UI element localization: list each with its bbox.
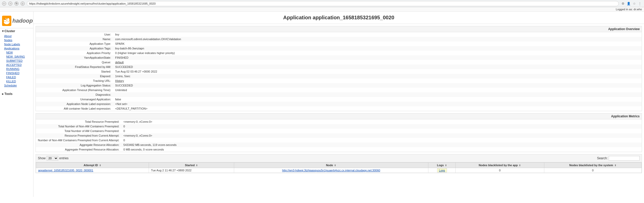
- search-label: Search:: [597, 156, 608, 160]
- overview-row: Application Tags:livy-batch-86-3wnziapn: [36, 46, 642, 51]
- overview-field-value: Unlimited: [113, 88, 642, 92]
- overview-field-value: livy-batch-86-3wnziapn: [113, 46, 642, 51]
- search-input[interactable]: [609, 156, 640, 161]
- overview-field-value: <DEFAULT_PARTITION>: [113, 106, 642, 111]
- svg-point-2: [7, 18, 10, 22]
- metrics-row: Total Resource Preempted:<memory:0, vCor…: [36, 119, 642, 124]
- show-entries-select[interactable]: 20 50 100: [47, 156, 58, 161]
- sidebar: hadoop ▾ Cluster About Nodes Node Labels…: [0, 12, 33, 197]
- attempts-column-header[interactable]: Node ⇕: [234, 163, 428, 168]
- browser-chrome: ← → ↻ ⌂ ⚙ 👤 ☆ ⋮: [0, 0, 644, 7]
- sidebar-item-failed[interactable]: FAILED: [0, 75, 33, 79]
- overview-field-label: Elapsed:: [36, 74, 113, 78]
- metrics-field-value: <memory:0, vCores:0>: [121, 119, 642, 124]
- overview-row: Tracking URL:History: [36, 78, 642, 83]
- user-bar: Logged in as: dr.who: [0, 7, 644, 12]
- hadoop-elephant-icon: [2, 16, 11, 26]
- overview-row: Diagnostics:: [36, 92, 642, 97]
- overview-field-value[interactable]: History: [113, 78, 642, 83]
- overview-field-label: Tracking URL:: [36, 78, 113, 83]
- sidebar-item-running[interactable]: RUNNING: [0, 67, 33, 71]
- attempts-section: Show 20 50 100 entries Search: Attempt I: [36, 154, 642, 173]
- attempt-blacklisted-system: 0: [544, 168, 641, 173]
- attempts-column-header[interactable]: Nodes blacklisted by the system ⇕: [544, 163, 641, 168]
- overview-field-label: Started:: [36, 69, 113, 74]
- overview-row: Name:com.microsoft.odinml.oivicvalidatio…: [36, 37, 642, 41]
- overview-field-label: FinalStatus Reported by AM:: [36, 65, 113, 69]
- sidebar-item-killed[interactable]: KILLED: [0, 79, 33, 83]
- attempts-column-header[interactable]: Attempt ID ⇕: [36, 163, 149, 168]
- attempts-toolbar: Show 20 50 100 entries Search:: [36, 154, 642, 162]
- cluster-section[interactable]: ▾ Cluster: [0, 28, 33, 34]
- page-title: Application application_1658185321695_00…: [33, 12, 644, 24]
- sort-icon: ⇕: [518, 164, 521, 167]
- metrics-field-value: 0: [121, 138, 642, 143]
- metrics-row: Aggregate Resource Allocation:5433482 MB…: [36, 143, 642, 147]
- attempts-column-header[interactable]: Started ⇕: [149, 163, 234, 168]
- attempts-table-header-row: Attempt ID ⇕Started ⇕Node ⇕Logs ⇕Nodes b…: [36, 163, 642, 168]
- extensions-icon: ⚙: [621, 2, 625, 6]
- attempt-started: Tue Aug 2 11:46:27 +0800 2022: [149, 168, 234, 173]
- metrics-row: Resource Preempted from Current Attempt:…: [36, 133, 642, 138]
- svg-point-3: [4, 17, 6, 20]
- overview-field-label: Application Timeout (Remaining Time):: [36, 88, 113, 92]
- overview-field-label: AM container Node Label expression:: [36, 106, 113, 111]
- overview-field-value: com.microsoft.odinml.oivicvalidation.OIV…: [113, 37, 642, 41]
- sort-icon: ⇕: [98, 164, 101, 167]
- overview-row: User:livy: [36, 32, 642, 37]
- sidebar-item-nodes[interactable]: Nodes: [0, 38, 33, 42]
- metrics-field-value: 0: [121, 124, 642, 129]
- profile-icon: 👤: [626, 2, 631, 6]
- browser-icons: ⚙ 👤 ☆ ⋮: [621, 2, 642, 6]
- sidebar-item-new-saving[interactable]: NEW_SAVING: [0, 55, 33, 59]
- attempts-toolbar-left: Show 20 50 100 entries: [38, 156, 69, 161]
- star-icon: ☆: [632, 2, 636, 6]
- overview-row: Application Type:SPARK: [36, 41, 642, 46]
- sidebar-item-finished[interactable]: FINISHED: [0, 71, 33, 75]
- tools-section[interactable]: ▸ Tools: [0, 91, 33, 97]
- metrics-row: Aggregate Preempted Resource Allocation:…: [36, 147, 642, 152]
- menu-icon: ⋮: [638, 2, 642, 6]
- metrics-field-label: Aggregate Resource Allocation:: [36, 143, 121, 147]
- application-overview-panel: Application Overview User:livyName:com.m…: [36, 26, 642, 111]
- metrics-field-value: 5433482 MB-seconds, 119 vcore-seconds: [121, 143, 642, 147]
- sidebar-item-applications[interactable]: Applications: [0, 46, 33, 50]
- application-metrics-panel: Application Metrics Total Resource Preem…: [36, 113, 642, 152]
- overview-row: Log Aggregation Status:SUCCEEDED: [36, 83, 642, 88]
- overview-field-value[interactable]: default: [113, 60, 642, 65]
- attempt-logs[interactable]: Logs: [428, 168, 456, 173]
- attempt-id[interactable]: appattempt_1658185321695_0020_000001: [36, 168, 149, 173]
- overview-field-value: SPARK: [113, 41, 642, 46]
- back-button[interactable]: ←: [2, 2, 6, 6]
- overview-field-label: Queue:: [36, 60, 113, 65]
- sidebar-item-about[interactable]: About: [0, 34, 33, 38]
- sidebar-item-new[interactable]: NEW: [0, 50, 33, 55]
- attempts-column-header[interactable]: Nodes blacklisted by the app ⇕: [456, 163, 544, 168]
- overview-field-value: livy: [113, 32, 642, 37]
- metrics-field-label: Resource Preempted from Current Attempt:: [36, 133, 121, 138]
- attempts-toolbar-right: Search:: [597, 156, 640, 161]
- content-area: Application application_1658185321695_00…: [33, 12, 644, 197]
- hadoop-text: hadoop: [12, 17, 33, 24]
- sidebar-item-scheduler[interactable]: Scheduler: [0, 83, 33, 87]
- overview-field-label: Application Type:: [36, 41, 113, 46]
- sort-icon: ⇕: [195, 164, 198, 167]
- home-button[interactable]: ⌂: [21, 2, 25, 6]
- overview-field-label: Diagnostics:: [36, 92, 113, 97]
- overview-row: Queue:default: [36, 60, 642, 65]
- overview-row: Started:Tue Aug 02 03:46:27 +0000 2022: [36, 69, 642, 74]
- overview-row: YarnApplicationState:FINISHED: [36, 55, 642, 60]
- overview-field-value: Tue Aug 02 03:46:27 +0000 2022: [113, 69, 642, 74]
- metrics-field-value: 0: [121, 129, 642, 133]
- sidebar-item-submitted[interactable]: SUBMITTED: [0, 59, 33, 63]
- sidebar-item-accepted[interactable]: ACCEPTED: [0, 63, 33, 67]
- metrics-field-label: Total Resource Preempted:: [36, 119, 121, 124]
- attempts-column-header[interactable]: Logs ⇕: [428, 163, 456, 168]
- forward-button[interactable]: →: [8, 2, 12, 6]
- url-bar[interactable]: [27, 1, 619, 6]
- logs-button[interactable]: Logs: [437, 168, 447, 172]
- application-metrics-header: Application Metrics: [36, 113, 642, 119]
- attempt-node[interactable]: http://wn3-hdiwqi.3tzhiaasquou5n1jsuaerb…: [234, 168, 428, 173]
- sidebar-item-node-labels[interactable]: Node Labels: [0, 42, 33, 46]
- refresh-button[interactable]: ↻: [14, 2, 19, 6]
